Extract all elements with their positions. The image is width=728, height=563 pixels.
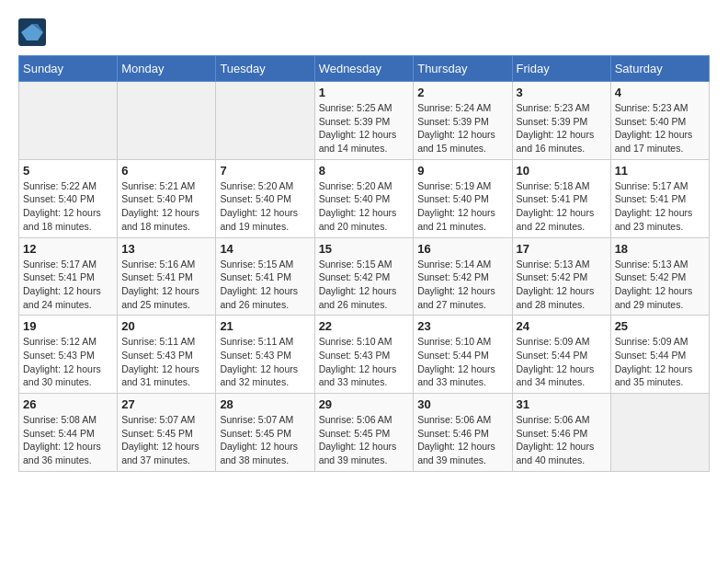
day-number: 21 [220, 319, 310, 333]
day-number: 14 [220, 242, 310, 256]
day-number: 2 [417, 86, 507, 99]
calendar-cell: 13Sunrise: 5:16 AM Sunset: 5:41 PM Dayli… [118, 237, 216, 316]
logo-icon [18, 18, 46, 46]
calendar-cell [118, 82, 216, 160]
day-info: Sunrise: 5:07 AM Sunset: 5:45 PM Dayligh… [121, 413, 211, 467]
day-info: Sunrise: 5:10 AM Sunset: 5:43 PM Dayligh… [319, 335, 410, 389]
calendar-cell: 24Sunrise: 5:09 AM Sunset: 5:44 PM Dayli… [512, 316, 610, 394]
calendar-cell: 1Sunrise: 5:25 AM Sunset: 5:39 PM Daylig… [314, 82, 414, 160]
calendar-cell: 20Sunrise: 5:11 AM Sunset: 5:43 PM Dayli… [118, 316, 216, 394]
day-info: Sunrise: 5:20 AM Sunset: 5:40 PM Dayligh… [220, 179, 310, 234]
calendar-cell: 15Sunrise: 5:15 AM Sunset: 5:42 PM Dayli… [314, 237, 414, 316]
calendar-week-row: 12Sunrise: 5:17 AM Sunset: 5:41 PM Dayli… [19, 237, 710, 316]
day-number: 4 [615, 86, 705, 99]
day-number: 12 [23, 242, 113, 256]
calendar-cell [216, 82, 314, 160]
day-number: 30 [417, 397, 507, 411]
calendar-week-row: 26Sunrise: 5:08 AM Sunset: 5:44 PM Dayli… [19, 394, 710, 472]
calendar-cell: 14Sunrise: 5:15 AM Sunset: 5:41 PM Dayli… [216, 237, 314, 316]
day-info: Sunrise: 5:23 AM Sunset: 5:40 PM Dayligh… [615, 101, 705, 155]
day-number: 26 [23, 397, 113, 411]
day-info: Sunrise: 5:07 AM Sunset: 5:45 PM Dayligh… [220, 413, 310, 467]
day-number: 11 [615, 164, 705, 178]
calendar-cell: 12Sunrise: 5:17 AM Sunset: 5:41 PM Dayli… [19, 237, 118, 316]
day-number: 5 [23, 164, 113, 178]
calendar-cell: 25Sunrise: 5:09 AM Sunset: 5:44 PM Dayli… [610, 316, 709, 394]
calendar-week-row: 5Sunrise: 5:22 AM Sunset: 5:40 PM Daylig… [19, 159, 710, 237]
day-number: 31 [517, 397, 607, 411]
day-number: 8 [319, 164, 410, 178]
page-header [18, 18, 710, 46]
calendar-cell: 16Sunrise: 5:14 AM Sunset: 5:42 PM Dayli… [414, 237, 512, 316]
calendar-cell: 4Sunrise: 5:23 AM Sunset: 5:40 PM Daylig… [610, 82, 709, 160]
calendar-cell: 28Sunrise: 5:07 AM Sunset: 5:45 PM Dayli… [216, 394, 314, 472]
calendar-cell: 18Sunrise: 5:13 AM Sunset: 5:42 PM Dayli… [610, 237, 709, 316]
day-info: Sunrise: 5:14 AM Sunset: 5:42 PM Dayligh… [417, 258, 507, 312]
day-number: 15 [319, 242, 410, 256]
calendar-cell: 31Sunrise: 5:06 AM Sunset: 5:46 PM Dayli… [512, 394, 610, 472]
day-info: Sunrise: 5:19 AM Sunset: 5:40 PM Dayligh… [417, 179, 507, 234]
weekday-header-friday: Friday [512, 56, 610, 82]
day-info: Sunrise: 5:13 AM Sunset: 5:42 PM Dayligh… [615, 258, 705, 312]
day-number: 20 [121, 319, 211, 333]
day-number: 3 [517, 86, 607, 99]
calendar-cell: 30Sunrise: 5:06 AM Sunset: 5:46 PM Dayli… [414, 394, 512, 472]
day-number: 1 [319, 86, 410, 99]
weekday-header-wednesday: Wednesday [314, 56, 414, 82]
day-info: Sunrise: 5:06 AM Sunset: 5:46 PM Dayligh… [417, 413, 507, 467]
calendar-cell [19, 82, 118, 160]
day-number: 17 [517, 242, 607, 256]
day-info: Sunrise: 5:10 AM Sunset: 5:44 PM Dayligh… [417, 335, 507, 389]
day-info: Sunrise: 5:16 AM Sunset: 5:41 PM Dayligh… [121, 258, 211, 312]
calendar-cell: 9Sunrise: 5:19 AM Sunset: 5:40 PM Daylig… [414, 159, 512, 237]
calendar-cell: 7Sunrise: 5:20 AM Sunset: 5:40 PM Daylig… [216, 159, 314, 237]
day-number: 23 [417, 319, 507, 333]
calendar-cell: 17Sunrise: 5:13 AM Sunset: 5:42 PM Dayli… [512, 237, 610, 316]
calendar-cell: 8Sunrise: 5:20 AM Sunset: 5:40 PM Daylig… [314, 159, 414, 237]
calendar-cell: 23Sunrise: 5:10 AM Sunset: 5:44 PM Dayli… [414, 316, 512, 394]
weekday-header-monday: Monday [118, 56, 216, 82]
calendar-table: SundayMondayTuesdayWednesdayThursdayFrid… [18, 55, 710, 472]
day-info: Sunrise: 5:25 AM Sunset: 5:39 PM Dayligh… [319, 101, 410, 155]
day-number: 19 [23, 319, 113, 333]
calendar-cell [610, 394, 709, 472]
day-number: 6 [121, 164, 211, 178]
day-info: Sunrise: 5:24 AM Sunset: 5:39 PM Dayligh… [417, 101, 507, 155]
day-info: Sunrise: 5:11 AM Sunset: 5:43 PM Dayligh… [220, 335, 310, 389]
calendar-cell: 21Sunrise: 5:11 AM Sunset: 5:43 PM Dayli… [216, 316, 314, 394]
day-info: Sunrise: 5:11 AM Sunset: 5:43 PM Dayligh… [121, 335, 211, 389]
weekday-header-tuesday: Tuesday [216, 56, 314, 82]
day-info: Sunrise: 5:06 AM Sunset: 5:46 PM Dayligh… [517, 413, 607, 467]
weekday-header-saturday: Saturday [610, 56, 709, 82]
day-info: Sunrise: 5:08 AM Sunset: 5:44 PM Dayligh… [23, 413, 113, 467]
weekday-header-sunday: Sunday [19, 56, 118, 82]
calendar-week-row: 19Sunrise: 5:12 AM Sunset: 5:43 PM Dayli… [19, 316, 710, 394]
day-number: 28 [220, 397, 310, 411]
day-number: 25 [615, 319, 705, 333]
day-number: 16 [417, 242, 507, 256]
calendar-cell: 19Sunrise: 5:12 AM Sunset: 5:43 PM Dayli… [19, 316, 118, 394]
calendar-week-row: 1Sunrise: 5:25 AM Sunset: 5:39 PM Daylig… [19, 82, 710, 160]
logo [18, 18, 50, 46]
day-info: Sunrise: 5:21 AM Sunset: 5:40 PM Dayligh… [121, 179, 211, 234]
calendar-cell: 5Sunrise: 5:22 AM Sunset: 5:40 PM Daylig… [19, 159, 118, 237]
day-info: Sunrise: 5:15 AM Sunset: 5:41 PM Dayligh… [220, 258, 310, 312]
calendar-cell: 2Sunrise: 5:24 AM Sunset: 5:39 PM Daylig… [414, 82, 512, 160]
day-info: Sunrise: 5:13 AM Sunset: 5:42 PM Dayligh… [517, 258, 607, 312]
day-info: Sunrise: 5:09 AM Sunset: 5:44 PM Dayligh… [615, 335, 705, 389]
weekday-header-thursday: Thursday [414, 56, 512, 82]
day-number: 13 [121, 242, 211, 256]
day-info: Sunrise: 5:06 AM Sunset: 5:45 PM Dayligh… [319, 413, 410, 467]
day-info: Sunrise: 5:18 AM Sunset: 5:41 PM Dayligh… [517, 179, 607, 234]
day-number: 27 [121, 397, 211, 411]
day-info: Sunrise: 5:17 AM Sunset: 5:41 PM Dayligh… [615, 179, 705, 234]
calendar-cell: 29Sunrise: 5:06 AM Sunset: 5:45 PM Dayli… [314, 394, 414, 472]
day-info: Sunrise: 5:20 AM Sunset: 5:40 PM Dayligh… [319, 179, 410, 234]
day-number: 9 [417, 164, 507, 178]
calendar-cell: 6Sunrise: 5:21 AM Sunset: 5:40 PM Daylig… [118, 159, 216, 237]
calendar-cell: 27Sunrise: 5:07 AM Sunset: 5:45 PM Dayli… [118, 394, 216, 472]
day-number: 29 [319, 397, 410, 411]
calendar-cell: 11Sunrise: 5:17 AM Sunset: 5:41 PM Dayli… [610, 159, 709, 237]
day-info: Sunrise: 5:15 AM Sunset: 5:42 PM Dayligh… [319, 258, 410, 312]
day-info: Sunrise: 5:09 AM Sunset: 5:44 PM Dayligh… [517, 335, 607, 389]
